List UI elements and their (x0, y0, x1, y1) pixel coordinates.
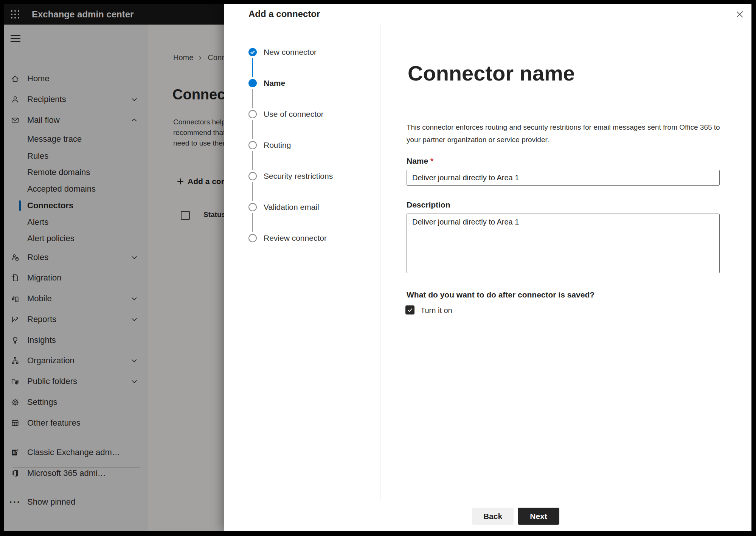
step-connector-line (252, 58, 253, 77)
step-circle-todo (248, 110, 257, 118)
step-description: This connector enforces routing and secu… (407, 121, 724, 146)
description-textarea[interactable]: Deliver journal directly to Area 1 (407, 214, 720, 273)
close-icon[interactable] (734, 8, 746, 20)
turn-it-on-checkbox[interactable] (405, 305, 414, 314)
step-label[interactable]: Review connector (264, 234, 327, 242)
step-circle-todo (248, 141, 257, 149)
app-window: Exchange admin center Home Recipients Ma… (4, 4, 751, 531)
step-label[interactable]: Validation email (264, 203, 319, 211)
step-label[interactable]: New connector (264, 48, 317, 56)
description-field-label: Description (407, 200, 450, 209)
step-circle-todo (248, 203, 257, 211)
required-marker: * (430, 156, 433, 165)
next-button[interactable]: Next (518, 508, 559, 525)
step-connector-line (252, 120, 253, 139)
name-label-text: Name (407, 156, 428, 165)
step-label[interactable]: Routing (264, 141, 291, 149)
step-connector-line (252, 213, 253, 232)
step-connector-line (252, 89, 253, 108)
dialog-header: Add a connector (224, 4, 751, 24)
step-label[interactable]: Security restrictions (264, 172, 333, 180)
step-label[interactable]: Use of connector (264, 110, 324, 118)
turn-it-on-label: Turn it on (421, 306, 452, 315)
back-button[interactable]: Back (472, 508, 514, 525)
name-input[interactable] (407, 170, 720, 186)
dialog-footer: Back Next (224, 500, 751, 531)
step-circle-todo (248, 172, 257, 180)
step-circle-todo (248, 234, 257, 242)
step-circle-done (248, 48, 257, 56)
add-connector-dialog: Add a connector New connector Name Use o… (224, 4, 751, 531)
step-connector-line (252, 182, 253, 201)
after-save-question: What do you want to do after connector i… (407, 290, 595, 299)
step-label[interactable]: Name (264, 79, 285, 87)
step-heading: Connector name (408, 61, 575, 85)
dialog-title: Add a connector (248, 4, 320, 24)
name-field-label: Name * (407, 156, 433, 166)
step-connector-line (252, 151, 253, 170)
step-circle-current (248, 79, 257, 87)
wizard-steps (224, 24, 380, 500)
